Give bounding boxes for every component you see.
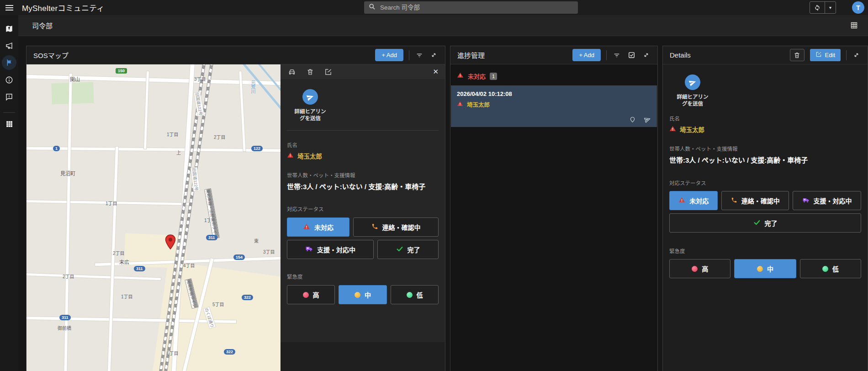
red-dot-icon [692, 266, 698, 272]
status-option-label: 完了 [765, 218, 778, 228]
delete-icon[interactable] [306, 67, 315, 76]
urgency-option-high[interactable]: 高 [287, 285, 335, 304]
status-option-done[interactable]: 完了 [669, 213, 861, 233]
red-dot-icon [303, 292, 309, 298]
urgency-option-low[interactable]: 低 [391, 285, 439, 304]
overlay-body: 詳細ヒアリン グを送信 氏名 埼玉太郎 世帯人数・ペット・支援情報 世帯:3人 … [281, 89, 445, 371]
urgency-option-low[interactable]: 低 [800, 259, 861, 278]
status-group-header[interactable]: 未対応 1 [450, 64, 657, 80]
warning-icon [457, 101, 463, 109]
map-label: 4丁目 [183, 262, 195, 269]
sidebar-item-flag-icon[interactable] [0, 55, 18, 70]
urgency-option-medium[interactable]: 中 [339, 285, 387, 304]
household-label: 世帯人数・ペット・支援情報 [669, 145, 861, 152]
search-input[interactable] [380, 4, 573, 11]
person-name: 埼玉太郎 [297, 151, 322, 160]
name-label: 氏名 [287, 141, 439, 148]
urgency-option-label: 中 [365, 290, 371, 299]
status-option-supporting[interactable]: 支援・対応中 [793, 191, 861, 210]
urgency-option-label: 中 [767, 264, 773, 273]
send-icon[interactable] [644, 116, 651, 123]
expand-icon[interactable] [642, 51, 651, 59]
locate-pin-icon[interactable] [629, 116, 636, 123]
close-icon[interactable]: ✕ [433, 68, 439, 76]
progress-panel-header: 進捗管理 + Add [450, 46, 657, 64]
status-label: 対応ステータス [287, 205, 439, 212]
send-label-line2: グを送信 [285, 115, 335, 122]
filter-icon[interactable] [415, 51, 424, 60]
status-option-done[interactable]: 完了 [377, 240, 439, 259]
status-option-contacting[interactable]: 連絡・確認中 [721, 191, 789, 210]
car-icon[interactable] [287, 67, 297, 77]
overlay-toolbar: ✕ [281, 64, 445, 79]
send-hearing-action[interactable]: 詳細ヒアリン グを送信 [285, 89, 335, 122]
household-value: 世帯:3人 / ペット:いない / 支援:高齢・車椅子 [287, 181, 439, 191]
edit-icon[interactable] [323, 67, 333, 77]
sos-map-panel-header: SOSマップ + Add [26, 46, 445, 64]
send-label-line1: 詳細ヒアリン [285, 108, 335, 115]
select-checkbox-icon[interactable] [627, 50, 636, 60]
view-grid-icon[interactable] [850, 21, 858, 29]
sidebar-item-info-icon[interactable] [0, 72, 18, 88]
avatar[interactable]: T [852, 1, 864, 14]
map-detail-overlay: ✕ 詳細ヒアリン グを送信 氏名 埼玉太郎 世帯人数・ペット・支援情報 世帯:3… [281, 64, 445, 371]
header-divider [846, 50, 847, 60]
map-label: 東北本線・上野東京ライン [205, 189, 219, 238]
route-shield: 311 [206, 235, 217, 240]
urgency-option-medium[interactable]: 中 [734, 259, 796, 278]
urgency-option-high[interactable]: 高 [669, 259, 730, 278]
expand-icon[interactable] [429, 51, 438, 59]
sos-location-pin[interactable] [164, 234, 176, 252]
map-label: 末広 [119, 258, 129, 265]
filter-icon[interactable] [612, 51, 621, 60]
add-button[interactable]: + Add [375, 49, 403, 61]
sidebar-item-apps-icon[interactable] [0, 116, 18, 132]
route-shield: 1 [53, 146, 60, 151]
map-label: 5丁目 [212, 301, 224, 307]
sync-button-group: ▾ [810, 1, 836, 14]
section-divider [287, 130, 439, 131]
status-label: 対応ステータス [669, 179, 861, 186]
map-label: 1丁目 [167, 131, 179, 138]
sidebar-item-map-icon[interactable] [0, 21, 18, 37]
map-canvas[interactable]: 関山3丁目元荒川1丁目2丁目上見沼町旧国道122号旧国道122号1丁目1丁目東3… [26, 64, 281, 371]
sidebar-item-feedback-icon[interactable] [0, 89, 18, 105]
map-label: 2丁目 [63, 273, 74, 280]
overlay-footer [281, 342, 445, 371]
sync-icon[interactable] [810, 2, 825, 13]
warning-icon [287, 152, 294, 160]
details-body: 詳細ヒアリン グを送信 氏名 埼玉太郎 世帯人数・ペット・支援情報 世帯:3人 … [663, 74, 868, 278]
urgency-option-label: 低 [417, 290, 423, 299]
edit-button[interactable]: Edit [810, 49, 841, 61]
progress-item[interactable]: 2026/04/02 10:12:08 埼玉太郎 [451, 85, 657, 127]
map-label: 元荒川 [249, 80, 256, 94]
details-title: Details [670, 51, 691, 59]
sidebar-divider [3, 112, 15, 113]
map-label: 2丁目 [214, 133, 226, 140]
sync-caret-icon[interactable]: ▾ [825, 2, 836, 13]
route-shield: 311 [134, 266, 145, 271]
search-icon [369, 3, 376, 12]
menu-icon[interactable] [0, 5, 18, 11]
green-dot-icon [822, 266, 828, 272]
send-hearing-action[interactable]: 詳細ヒアリン グを送信 [667, 74, 718, 107]
status-option-supporting[interactable]: 支援・対応中 [287, 240, 374, 259]
status-option-contacting[interactable]: 連絡・確認中 [353, 217, 439, 237]
progress-list: 未対応 1 2026/04/02 10:12:08 埼玉太郎 [450, 64, 657, 371]
urgency-option-label: 高 [702, 264, 708, 273]
status-option-label: 未対応 [314, 223, 333, 232]
urgency-option-label: 低 [832, 264, 839, 273]
status-option-pending[interactable]: 未対応 [287, 217, 349, 237]
sidebar-item-megaphone-icon[interactable] [0, 38, 18, 53]
warning-icon [303, 223, 310, 232]
app-title: MyShelterコミュニティ [22, 2, 105, 13]
status-option-pending[interactable]: 未対応 [669, 191, 718, 210]
delete-button[interactable] [790, 49, 804, 61]
add-button[interactable]: + Add [572, 49, 601, 61]
map-label: 3丁目 [263, 248, 275, 255]
route-shield: 150 [116, 68, 127, 74]
pencil-icon [815, 51, 822, 59]
person-name: 埼玉太郎 [680, 125, 704, 134]
search-bar[interactable] [364, 1, 578, 14]
expand-icon[interactable] [852, 51, 861, 59]
